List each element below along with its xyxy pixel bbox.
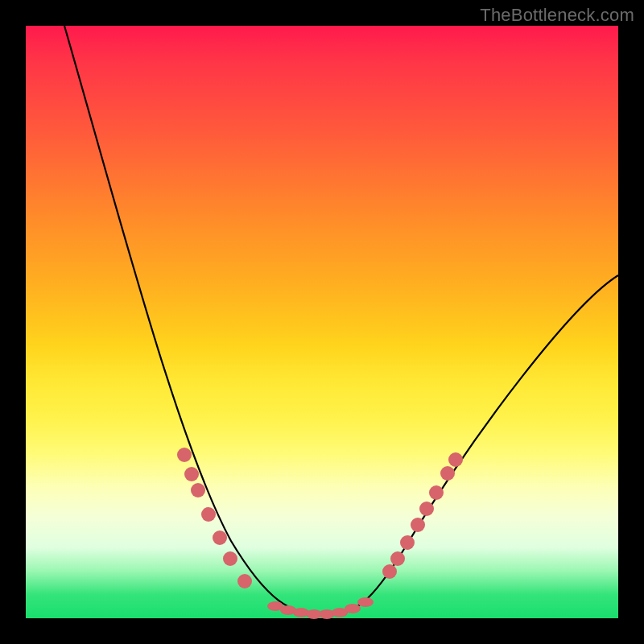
marker-left [213, 530, 227, 545]
marker-right [390, 551, 405, 566]
watermark-text: TheBottleneck.com [480, 5, 634, 26]
marker-left [201, 507, 216, 522]
marker-right [411, 518, 425, 532]
chart-stage: TheBottleneck.com [0, 0, 644, 644]
marker-left [184, 467, 199, 481]
plot-area [26, 26, 618, 618]
marker-right [429, 485, 444, 500]
marker-bottom [345, 604, 361, 613]
marker-right [448, 452, 463, 467]
marker-left [177, 448, 192, 462]
marker-left [223, 551, 237, 566]
bottleneck-curve [64, 26, 618, 615]
marker-right [419, 502, 434, 516]
marker-right [382, 564, 397, 579]
marker-left [191, 483, 205, 497]
marker-left [237, 574, 252, 588]
marker-right [440, 466, 455, 481]
marker-right [400, 535, 415, 550]
curve-svg [26, 26, 618, 618]
marker-bottom [357, 597, 374, 607]
